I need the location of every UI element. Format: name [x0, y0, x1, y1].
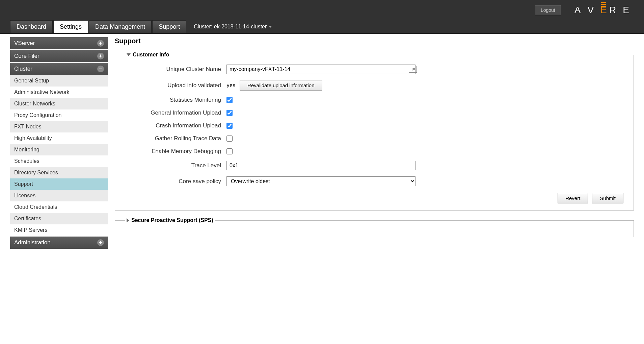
- sidebar-section-cluster[interactable]: Cluster −: [10, 63, 108, 75]
- label-memdbg: Enable Memory Debugging: [125, 148, 226, 155]
- trace-level-input[interactable]: [226, 161, 415, 170]
- minus-icon: −: [97, 66, 104, 72]
- submit-button[interactable]: Submit: [592, 193, 623, 203]
- sidebar-item-cloud-credentials[interactable]: Cloud Credentials: [10, 201, 108, 213]
- cluster-label-text: Cluster: ek-2018-11-14-cluster: [194, 24, 267, 30]
- cluster-selector[interactable]: Cluster: ek-2018-11-14-cluster: [194, 24, 272, 30]
- memdbg-checkbox[interactable]: [226, 148, 233, 154]
- sidebar-section-administration[interactable]: Administration +: [10, 237, 108, 249]
- id-card-icon: ▯≡: [409, 66, 417, 73]
- customer-info-legend[interactable]: Customer Info: [125, 52, 170, 58]
- tab-support[interactable]: Support: [152, 20, 186, 33]
- chevron-down-icon: [269, 26, 272, 28]
- core-save-select[interactable]: Overwrite oldest: [226, 176, 415, 186]
- label-cluster-name: Unique Cluster Name: [125, 66, 226, 73]
- cluster-name-input[interactable]: [226, 65, 415, 74]
- sidebar-label: Cluster: [14, 66, 32, 72]
- sidebar-item-monitoring[interactable]: Monitoring: [10, 144, 108, 155]
- sidebar-item-certificates[interactable]: Certificates: [10, 213, 108, 224]
- plus-icon: +: [97, 53, 104, 59]
- label-core-save: Core save policy: [125, 178, 226, 185]
- sidebar-item-kmip-servers[interactable]: KMIP Servers: [10, 224, 108, 236]
- sidebar-item-high-availability[interactable]: High Availability: [10, 132, 108, 144]
- label-crash-upload: Crash Information Upload: [125, 122, 226, 129]
- revalidate-button[interactable]: Revalidate upload information: [240, 80, 322, 91]
- label-upload-validated: Upload info validated: [125, 82, 226, 89]
- tab-data-management[interactable]: Data Management: [89, 20, 152, 33]
- logout-button[interactable]: Logout: [535, 5, 561, 15]
- sidebar-item-schedules[interactable]: Schedules: [10, 155, 108, 167]
- label-trace: Trace Level: [125, 162, 226, 169]
- revert-button[interactable]: Revert: [558, 193, 588, 203]
- sidebar-section-vserver[interactable]: VServer +: [10, 37, 108, 49]
- disclosure-triangle-icon: [127, 218, 129, 222]
- sidebar-item-directory-services[interactable]: Directory Services: [10, 167, 108, 178]
- plus-icon: +: [97, 239, 104, 246]
- crash-upload-checkbox[interactable]: [226, 123, 233, 129]
- label-rolling: Gather Rolling Trace Data: [125, 135, 226, 142]
- settings-sidebar: VServer + Core Filer + Cluster − General…: [10, 34, 108, 249]
- sidebar-label: VServer: [14, 40, 35, 47]
- sidebar-section-corefiler[interactable]: Core Filer +: [10, 50, 108, 62]
- disclosure-triangle-icon: [127, 53, 131, 56]
- sidebar-label: Administration: [14, 239, 51, 246]
- gen-upload-checkbox[interactable]: [226, 110, 233, 116]
- stats-checkbox[interactable]: [226, 97, 233, 103]
- sps-legend[interactable]: Secure Proactive Support (SPS): [125, 217, 215, 223]
- page-title: Support: [115, 37, 634, 45]
- main-tabs: Dashboard Settings Data Management Suppo…: [0, 20, 644, 34]
- plus-icon: +: [97, 40, 104, 47]
- rolling-trace-checkbox[interactable]: [226, 136, 233, 142]
- sidebar-item-support[interactable]: Support: [10, 178, 108, 190]
- avere-logo: A V E R E: [574, 5, 634, 16]
- tab-settings[interactable]: Settings: [53, 20, 88, 33]
- sidebar-item-general-setup[interactable]: General Setup: [10, 75, 108, 87]
- sidebar-item-licenses[interactable]: Licenses: [10, 190, 108, 201]
- sidebar-item-administrative-network[interactable]: Administrative Network: [10, 87, 108, 98]
- label-gen-upload: General Information Upload: [125, 109, 226, 116]
- sidebar-label: Core Filer: [14, 53, 39, 59]
- customer-info-fieldset: Customer Info Unique Cluster Name ▯≡ Upl…: [115, 52, 634, 211]
- legend-text: Secure Proactive Support (SPS): [131, 217, 213, 223]
- validated-status: yes: [226, 82, 236, 89]
- tab-dashboard[interactable]: Dashboard: [10, 20, 53, 33]
- legend-text: Customer Info: [133, 52, 169, 58]
- label-stats: Statistics Monitoring: [125, 97, 226, 103]
- sidebar-item-fxt-nodes[interactable]: FXT Nodes: [10, 121, 108, 132]
- sps-fieldset: Secure Proactive Support (SPS): [115, 217, 634, 237]
- sidebar-item-cluster-networks[interactable]: Cluster Networks: [10, 98, 108, 109]
- top-bar: Logout A V E R E: [0, 0, 644, 20]
- sidebar-item-proxy-configuration[interactable]: Proxy Configuration: [10, 109, 108, 121]
